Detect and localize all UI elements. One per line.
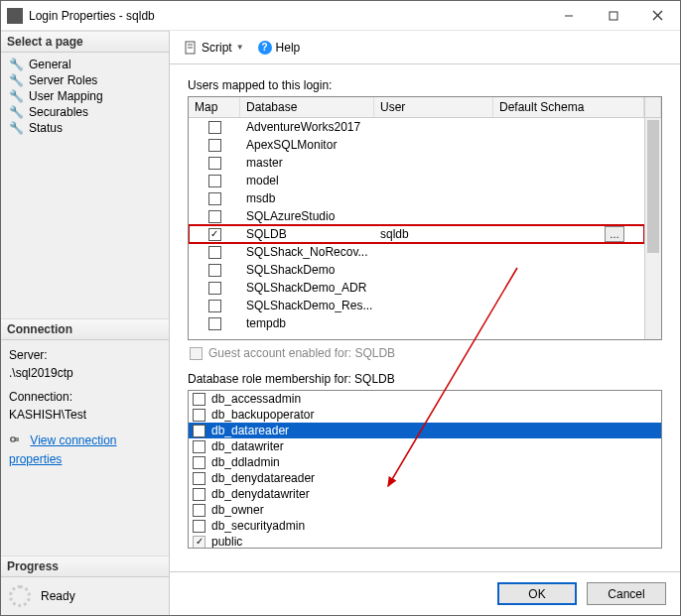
role-item-db_accessadmin[interactable]: db_accessadmin xyxy=(189,391,661,407)
map-checkbox[interactable] xyxy=(208,121,221,134)
help-icon: ? xyxy=(258,41,272,55)
nav-item-general[interactable]: 🔧General xyxy=(1,57,169,72)
roles-list: db_accessadmindb_backupoperator✓db_datar… xyxy=(188,390,662,549)
nav-item-server-roles[interactable]: 🔧Server Roles xyxy=(1,72,169,88)
table-row[interactable]: SQLShackDemo xyxy=(189,261,644,279)
role-checkbox[interactable] xyxy=(193,409,205,422)
map-checkbox[interactable] xyxy=(208,210,221,223)
map-checkbox[interactable] xyxy=(208,300,221,312)
table-row[interactable]: msdb xyxy=(189,189,644,207)
table-row[interactable]: SQLShackDemo_Res... xyxy=(189,297,644,314)
connection-header: Connection xyxy=(1,318,169,340)
role-item-db_datawriter[interactable]: db_datawriter xyxy=(189,438,661,454)
col-header-map[interactable]: Map xyxy=(189,97,240,117)
table-row[interactable]: model xyxy=(189,172,644,189)
role-checkbox[interactable]: ✓ xyxy=(193,536,205,549)
map-checkbox[interactable]: ✓ xyxy=(208,228,221,241)
wrench-icon: 🔧 xyxy=(9,105,23,119)
db-cell: SQLShack_NoRecov... xyxy=(240,245,374,259)
server-value: .\sql2019ctp xyxy=(9,364,161,382)
wrench-icon: 🔧 xyxy=(9,121,23,135)
nav-item-user-mapping[interactable]: 🔧User Mapping xyxy=(1,88,169,104)
db-cell: tempdb xyxy=(240,316,374,330)
roles-label: Database role membership for: SQLDB xyxy=(188,372,662,386)
map-checkbox[interactable] xyxy=(208,157,221,170)
db-cell: SQLShackDemo_ADR xyxy=(240,281,374,295)
nav-item-status[interactable]: 🔧Status xyxy=(1,120,169,136)
toolbar: Script ▼ ? Help xyxy=(170,31,680,64)
progress-header: Progress xyxy=(1,555,169,577)
role-checkbox[interactable] xyxy=(193,488,205,501)
db-cell: ApexSQLMonitor xyxy=(240,138,374,152)
grid-scrollbar[interactable] xyxy=(644,118,661,339)
right-panel: Script ▼ ? Help Users mapped to this log… xyxy=(170,31,680,615)
left-panel: Select a page 🔧General🔧Server Roles🔧User… xyxy=(1,31,170,615)
wrench-icon: 🔧 xyxy=(9,73,23,87)
table-row[interactable]: master xyxy=(189,154,644,172)
role-checkbox[interactable] xyxy=(193,456,205,469)
role-item-db_denydatawriter[interactable]: db_denydatawriter xyxy=(189,486,661,502)
table-row[interactable]: SQLShack_NoRecov... xyxy=(189,243,644,261)
map-checkbox[interactable] xyxy=(208,175,221,187)
role-checkbox[interactable] xyxy=(193,393,205,406)
map-checkbox[interactable] xyxy=(208,282,221,295)
map-checkbox[interactable] xyxy=(208,139,221,152)
db-cell: AdventureWorks2017 xyxy=(240,120,374,134)
role-item-db_ddladmin[interactable]: db_ddladmin xyxy=(189,454,661,470)
col-header-schema[interactable]: Default Schema xyxy=(493,97,644,117)
table-row[interactable]: SQLAzureStudio xyxy=(189,207,644,225)
progress-spinner-icon xyxy=(9,585,31,607)
table-row[interactable]: ApexSQLMonitor xyxy=(189,136,644,154)
table-row[interactable]: tempdb xyxy=(189,314,644,332)
window-title: Login Properties - sqldb xyxy=(29,9,546,23)
ok-button[interactable]: OK xyxy=(497,582,577,605)
progress-status: Ready xyxy=(41,589,75,603)
cancel-button[interactable]: Cancel xyxy=(587,582,666,605)
dialog-footer: OK Cancel xyxy=(170,571,680,615)
connection-info: Server: .\sql2019ctp Connection: KASHISH… xyxy=(1,340,169,474)
script-button[interactable]: Script ▼ xyxy=(180,39,248,57)
table-row[interactable]: AdventureWorks2017 xyxy=(189,118,644,136)
map-checkbox[interactable] xyxy=(208,317,221,330)
plug-icon xyxy=(9,432,23,450)
role-item-db_securityadmin[interactable]: db_securityadmin xyxy=(189,518,661,534)
map-checkbox[interactable] xyxy=(208,264,221,277)
role-item-db_denydatareader[interactable]: db_denydatareader xyxy=(189,470,661,486)
col-header-user[interactable]: User xyxy=(374,97,493,117)
db-cell: SQLDB xyxy=(240,227,374,241)
view-connection-properties-link[interactable]: View connection properties xyxy=(9,433,117,466)
role-checkbox[interactable] xyxy=(193,520,205,533)
role-item-db_datareader[interactable]: ✓db_datareader xyxy=(189,423,661,438)
role-checkbox[interactable]: ✓ xyxy=(193,425,205,437)
close-button[interactable] xyxy=(635,1,680,31)
role-item-db_owner[interactable]: db_owner xyxy=(189,502,661,518)
col-header-database[interactable]: Database xyxy=(240,97,374,117)
table-row[interactable]: SQLShackDemo_ADR xyxy=(189,279,644,297)
page-nav-list: 🔧General🔧Server Roles🔧User Mapping🔧Secur… xyxy=(1,53,169,140)
schema-browse-button[interactable]: … xyxy=(605,226,624,242)
maximize-button[interactable] xyxy=(591,1,635,31)
minimize-button[interactable] xyxy=(546,1,591,31)
role-item-public[interactable]: ✓public xyxy=(189,534,661,549)
role-checkbox[interactable] xyxy=(193,504,205,517)
db-cell: msdb xyxy=(240,191,374,205)
map-checkbox[interactable] xyxy=(208,246,221,259)
nav-item-securables[interactable]: 🔧Securables xyxy=(1,104,169,120)
users-mapped-label: Users mapped to this login: xyxy=(188,78,662,92)
chevron-down-icon: ▼ xyxy=(236,43,244,52)
help-button[interactable]: ? Help xyxy=(254,39,305,57)
role-checkbox[interactable] xyxy=(193,440,205,453)
connection-label: Connection: xyxy=(9,388,161,406)
db-cell: master xyxy=(240,156,374,170)
role-item-db_backupoperator[interactable]: db_backupoperator xyxy=(189,407,661,423)
role-checkbox[interactable] xyxy=(193,472,205,485)
grid-header: Map Database User Default Schema xyxy=(189,97,661,118)
users-grid: Map Database User Default Schema Adventu… xyxy=(188,96,662,340)
guest-account-label: Guest account enabled for: SQLDB xyxy=(208,346,395,360)
connection-value: KASHISH\Test xyxy=(9,406,161,424)
db-cell: model xyxy=(240,174,374,187)
titlebar[interactable]: Login Properties - sqldb xyxy=(1,1,680,31)
app-icon xyxy=(7,8,23,24)
table-row[interactable]: ✓SQLDBsqldb… xyxy=(189,225,644,243)
map-checkbox[interactable] xyxy=(208,192,221,205)
